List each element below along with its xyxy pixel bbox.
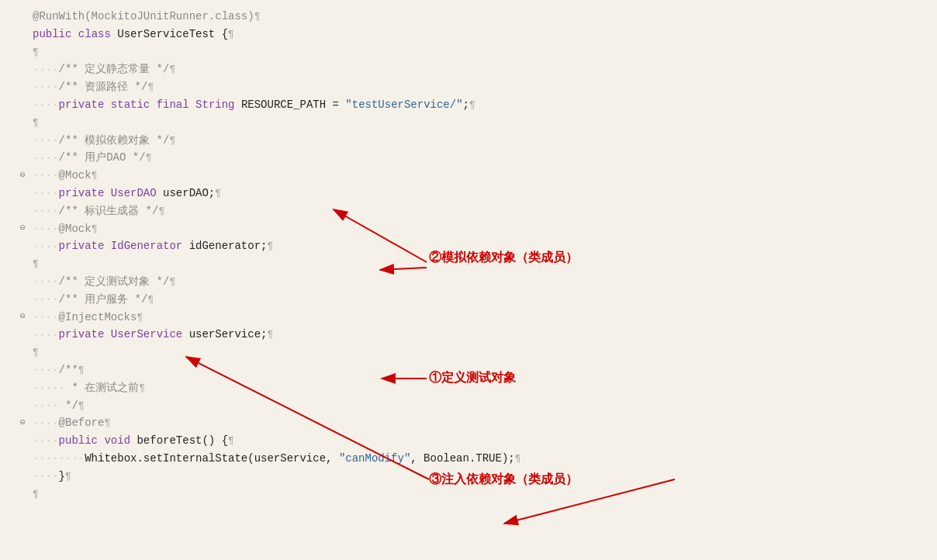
code-line: ···· */¶ xyxy=(16,397,921,415)
code-content: */¶ xyxy=(59,397,85,415)
code-line: ········Whitebox.setInternalState(userSe… xyxy=(16,450,921,468)
code-content: @Mock¶ xyxy=(59,167,98,185)
code-line: ····private UserService userService;¶ xyxy=(16,326,921,344)
code-line: ¶ xyxy=(16,43,921,61)
indent: ···· xyxy=(33,202,59,220)
code-line: ····/** 定义静态常量 */¶ xyxy=(16,60,921,78)
indent: ···· xyxy=(33,132,59,149)
gutter-icon: ⊖ xyxy=(16,309,29,324)
code-content: public class UserServiceTest {¶ xyxy=(33,26,234,43)
code-content: * 在测试之前¶ xyxy=(71,379,145,397)
code-content: /** 定义测试对象 */¶ xyxy=(59,273,176,291)
code-line: ····private static final String RESOURCE… xyxy=(16,96,921,114)
code-line: ¶ xyxy=(16,344,921,361)
indent: ···· xyxy=(33,238,59,255)
code-content: @InjectMocks¶ xyxy=(59,309,143,327)
code-content: /** 用户DAO */¶ xyxy=(59,149,152,167)
code-content: Whitebox.setInternalState(userService, "… xyxy=(85,450,520,468)
indent: ···· xyxy=(33,220,59,237)
annotation-label-1: ①定义测试对象 xyxy=(429,370,516,386)
indent: ···· xyxy=(33,291,59,308)
indent: ···· xyxy=(33,167,59,184)
indent: ···· xyxy=(33,327,59,344)
code-content: /**¶ xyxy=(59,361,85,379)
gutter-icon: ⊖ xyxy=(16,168,29,183)
code-content: private static final String RESOURCE_PAT… xyxy=(59,96,475,114)
code-content: public void beforeTest() {¶ xyxy=(59,432,234,450)
code-line: ····/** 资源路径 */¶ xyxy=(16,78,921,96)
indent: ···· xyxy=(33,432,59,449)
code-line: ····public void beforeTest() {¶ xyxy=(16,432,921,450)
code-line: ····/** 用户服务 */¶ xyxy=(16,291,921,309)
indent: ···· xyxy=(33,468,59,485)
code-content: private UserService userService;¶ xyxy=(59,326,274,344)
code-content: }¶ xyxy=(59,468,71,486)
code-line: @RunWith(MockitoJUnitRunner.class)¶ xyxy=(16,8,921,26)
gutter-icon: ⊖ xyxy=(16,221,29,236)
annotation-label-3: ③注入依赖对象（类成员） xyxy=(429,472,578,488)
indent: ···· xyxy=(33,150,59,167)
indent: ···· xyxy=(33,361,59,379)
indent: ···· xyxy=(33,273,59,290)
indent: ···· xyxy=(33,397,59,414)
indent: ········ xyxy=(33,450,85,467)
indent: ····· xyxy=(33,379,71,396)
indent: ···· xyxy=(33,96,59,113)
code-content: /** 定义静态常量 */¶ xyxy=(59,60,176,78)
code-line: ····/** 标识生成器 */¶ xyxy=(16,202,921,220)
indent: ···· xyxy=(33,78,59,95)
code-content: @Before¶ xyxy=(59,414,111,432)
code-content: private UserDAO userDAO;¶ xyxy=(59,185,221,202)
code-content: /** 标识生成器 */¶ xyxy=(59,202,165,220)
code-line: ¶ xyxy=(16,114,921,132)
indent: ···· xyxy=(33,185,59,202)
indent: ···· xyxy=(33,309,59,326)
code-line: ⊖····@InjectMocks¶ xyxy=(16,309,921,327)
code-content: /** 用户服务 */¶ xyxy=(59,291,154,309)
code-content: ¶ xyxy=(33,43,39,61)
code-line: ····private UserDAO userDAO;¶ xyxy=(16,185,921,202)
code-line: ⊖····@Mock¶ xyxy=(16,220,921,238)
code-content: private IdGenerator idGenerator;¶ xyxy=(59,237,274,255)
code-content: /** 资源路径 */¶ xyxy=(59,78,154,96)
code-line: ⊖····@Mock¶ xyxy=(16,167,921,185)
code-line: ····/** 定义测试对象 */¶ xyxy=(16,273,921,291)
annotation-label-2: ②模拟依赖对象（类成员） xyxy=(429,250,578,266)
code-content: @RunWith(MockitoJUnitRunner.class)¶ xyxy=(33,8,260,26)
code-line: ····/** 模拟依赖对象 */¶ xyxy=(16,132,921,150)
code-content: ¶ xyxy=(33,486,39,503)
code-content: ¶ xyxy=(33,344,39,361)
code-line: ⊖····@Before¶ xyxy=(16,414,921,432)
code-content: ¶ xyxy=(33,114,39,132)
indent: ···· xyxy=(33,415,59,432)
indent: ···· xyxy=(33,61,59,78)
code-content: ¶ xyxy=(33,255,39,273)
code-content: @Mock¶ xyxy=(59,220,98,238)
gutter-icon: ⊖ xyxy=(16,416,29,430)
code-line: public class UserServiceTest {¶ xyxy=(16,26,921,43)
code-content: /** 模拟依赖对象 */¶ xyxy=(59,132,176,150)
code-line: ····/** 用户DAO */¶ xyxy=(16,149,921,167)
